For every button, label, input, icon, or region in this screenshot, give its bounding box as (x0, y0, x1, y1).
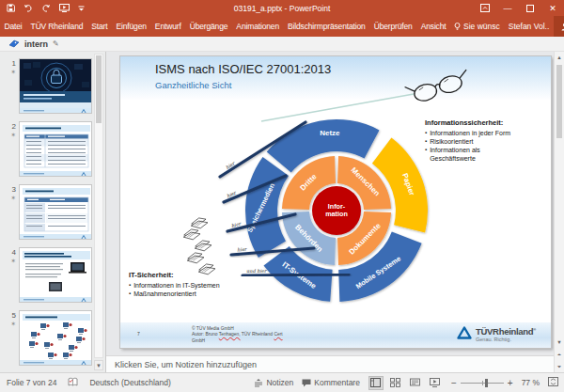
bullet-item: ▪Informationen in IT-Systemen (129, 281, 225, 290)
classification-label: intern (24, 39, 48, 49)
slide-canvas[interactable]: ISMS nach ISO/IEC 27001:2013 Ganzheitlic… (119, 55, 552, 349)
reading-view-icon[interactable] (408, 376, 423, 390)
slide-footer-band: 7 © TÜV Media GmbH Autor: Bruno Tenhagen… (120, 322, 551, 348)
comments-toggle[interactable]: Kommentare (302, 378, 360, 387)
slide-counter: Folie 7 von 24 (7, 378, 56, 387)
redo-icon[interactable] (41, 4, 51, 12)
slide-thumbnail-4[interactable]: 4✶ (0, 247, 92, 303)
next-slide-icon[interactable]: ⏷ (555, 361, 564, 372)
tab-ansicht[interactable]: Ansicht (416, 22, 450, 31)
slide-editor-area: ISMS nach ISO/IEC 27001:2013 Ganzheitlic… (106, 52, 564, 372)
status-bar: Folie 7 von 24 Deutsch (Deutschland) Not… (0, 372, 564, 392)
quick-access-toolbar (7, 4, 85, 12)
center-label: Infor-mation (325, 202, 348, 218)
previous-slide-icon[interactable]: ⏶ (555, 349, 564, 360)
tab--berg-nge[interactable]: Übergänge (185, 22, 232, 31)
handwritten-annotation: hier (237, 246, 248, 253)
slide-scrollbar[interactable]: ▲ ▼ ⏶ ⏷ (554, 52, 564, 372)
laptop-doodle (190, 216, 209, 230)
glasses-illustration (261, 70, 471, 121)
thumbnail-preview[interactable] (19, 121, 92, 177)
tuv-rheinland-logo: TÜVRheinland® Genau. Richtig. (457, 326, 536, 342)
notes-pane[interactable]: Klicken Sie, um Notizen hinzuzufügen (106, 355, 554, 372)
slide-thumbnail-2[interactable]: 2✶ (0, 121, 92, 177)
tab-bildschirmpr-sentation[interactable]: Bildschirmpräsentation (283, 22, 369, 31)
zoom-in-icon[interactable]: + (508, 378, 513, 388)
bullet-item: ▪Risikoorientiert (425, 137, 519, 146)
tab-animationen[interactable]: Animationen (232, 22, 284, 31)
undo-icon[interactable] (24, 4, 33, 12)
scroll-up-icon[interactable]: ▲ (555, 52, 564, 63)
classification-bar: intern ✎ (0, 37, 564, 52)
slide-thumbnail-5[interactable]: 5✶ (0, 310, 92, 366)
zoom-out-icon[interactable]: − (451, 378, 457, 388)
thumbnail-preview[interactable] (19, 58, 92, 114)
thumbnail-preview[interactable] (19, 184, 92, 240)
tuv-triangle-icon (457, 326, 472, 339)
tag-icon (8, 39, 20, 49)
annotation-arrow[interactable] (243, 274, 349, 275)
lightbulb-icon (454, 23, 461, 31)
customize-qat-icon[interactable] (78, 5, 85, 12)
scroll-down-icon[interactable]: ▼ (555, 337, 564, 348)
scrollbar-thumb[interactable] (556, 65, 562, 138)
handwritten-annotation: und hier (246, 268, 268, 274)
tab-einf-gen[interactable]: Einfügen (112, 22, 150, 31)
thumbnail-number: 5 (4, 311, 16, 320)
normal-view-icon[interactable] (368, 376, 384, 390)
bullet-item: ▪Informationen in jeder Form (425, 129, 519, 137)
spellcheck-icon[interactable] (68, 377, 78, 389)
thumbnail-preview[interactable] (19, 247, 92, 303)
comment-icon (302, 379, 311, 387)
thumbnail-number: 2 (4, 122, 16, 131)
tab-datei[interactable]: Datei (0, 22, 26, 31)
edit-pencil-icon[interactable]: ✎ (53, 39, 59, 48)
fit-to-window-icon[interactable] (548, 377, 558, 388)
zoom-level[interactable]: 77 % (522, 378, 540, 387)
slideshow-view-icon[interactable] (428, 376, 443, 390)
ribbon-tab-bar: DateiTÜV RheinlandStartEinfügenEntwurfÜb… (0, 16, 564, 37)
animation-star-icon: ✶ (4, 68, 16, 77)
tab--berpr-fen[interactable]: Überprüfen (369, 22, 416, 31)
bullet-item: ▪Maßnahmenorientiert (129, 290, 225, 298)
information-security-textblock[interactable]: Informationssicherheit: ▪Informationen i… (425, 118, 519, 163)
tab-start[interactable]: Start (87, 22, 112, 31)
slide-sorter-icon[interactable] (388, 376, 403, 390)
animation-star-icon: ✶ (4, 320, 16, 329)
notes-toggle[interactable]: Notizen (254, 378, 293, 387)
powerpoint-window: 03191_a.pptx - PowerPoint — ✕ DateiTÜV R… (0, 0, 564, 392)
segment-label-Netze: Netze (320, 129, 340, 137)
account-user[interactable]: Stefan Vol.. (504, 22, 554, 31)
laptop-doodle (194, 239, 212, 253)
tell-me-box[interactable]: Sie wünsc (450, 22, 504, 31)
slide-thumbnail-3[interactable]: 3✶ (0, 184, 92, 240)
share-button[interactable]: Freigeben (554, 16, 564, 37)
zoom-slider-thumb[interactable] (485, 379, 488, 387)
language-indicator[interactable]: Deutsch (Deutschland) (89, 378, 170, 387)
minimize-button[interactable]: — (496, 0, 519, 16)
laptop-doodle (182, 227, 201, 242)
thumbnail-preview[interactable] (19, 310, 92, 366)
slide-thumbnail-1[interactable]: 1✶ (0, 58, 92, 114)
thumbnail-number: 1 (4, 59, 16, 68)
tab-t-v-rheinland[interactable]: TÜV Rheinland (26, 22, 87, 31)
save-icon[interactable] (7, 4, 15, 12)
notes-icon (254, 379, 263, 387)
animation-star-icon: ✶ (4, 257, 16, 266)
close-button[interactable]: ✕ (541, 0, 564, 16)
thumbnail-number: 3 (4, 185, 16, 194)
animation-star-icon: ✶ (4, 194, 16, 203)
thumbnail-scroll-down-icon[interactable]: ▼ (94, 360, 103, 370)
maximize-button[interactable] (519, 0, 541, 16)
it-security-textblock[interactable]: IT-Sicherheit: ▪Informationen in IT-Syst… (129, 271, 225, 298)
laptop-doodle (186, 251, 205, 265)
slide-thumbnail-panel: 1✶ 2✶ 3✶ 4✶ 5✶ ▼ (0, 52, 106, 372)
start-slideshow-icon[interactable] (59, 4, 70, 12)
slide-diagram[interactable]: Infor-mationNetzePapierMobile SystemeIT-… (120, 56, 553, 350)
animation-star-icon: ✶ (4, 131, 16, 140)
ribbon-display-options-icon[interactable] (474, 0, 496, 16)
zoom-slider[interactable]: − + (451, 378, 513, 388)
tab-entwurf[interactable]: Entwurf (150, 22, 185, 31)
copyright-text: © TÜV Media GmbH Autor: Bruno Tenhagen, … (192, 326, 283, 344)
thumbnail-scrollbar[interactable] (94, 54, 103, 358)
